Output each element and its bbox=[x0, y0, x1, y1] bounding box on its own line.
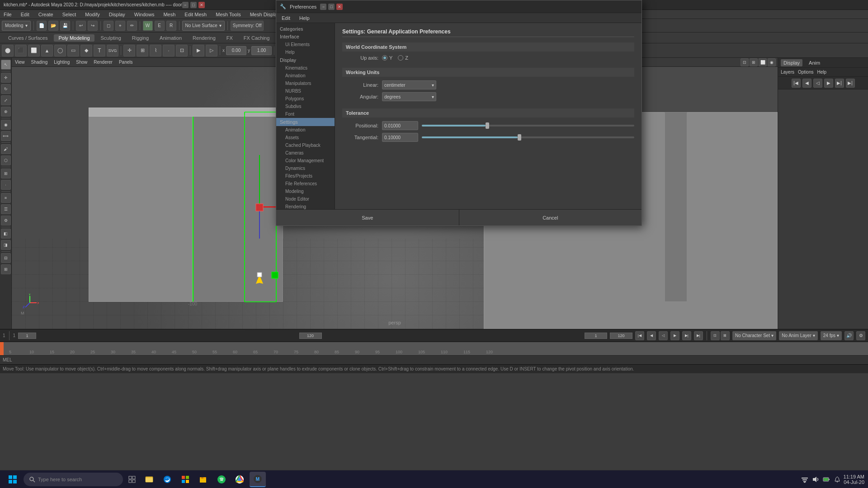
menu-modify[interactable]: Modify bbox=[83, 12, 101, 17]
attr-editor-btn[interactable]: ⚙ bbox=[1, 216, 11, 225]
new-scene-btn[interactable]: 📄 bbox=[37, 21, 47, 31]
anim-prev-frame-btn[interactable]: ◀ bbox=[802, 79, 811, 88]
prefs-cat-cameras[interactable]: Cameras bbox=[276, 149, 335, 157]
prefs-cat-kinematics[interactable]: Kinematics bbox=[276, 64, 335, 72]
vp-menu-panels[interactable]: Panels bbox=[118, 60, 134, 65]
hypershade-btn[interactable]: ◨ bbox=[1, 240, 11, 250]
menu-windows[interactable]: Windows bbox=[132, 12, 156, 17]
anim-play-back-btn[interactable]: ◁ bbox=[813, 79, 822, 88]
outliner-btn[interactable]: ≡ bbox=[1, 193, 11, 203]
vp-icon-3[interactable]: ⬜ bbox=[759, 58, 767, 66]
paint-attr-btn[interactable]: 🖌 bbox=[1, 144, 11, 154]
rotate-mode-btn[interactable]: ↻ bbox=[1, 84, 11, 94]
anim-go-start-btn[interactable]: |◀ bbox=[792, 79, 801, 88]
positional-track[interactable] bbox=[422, 125, 634, 127]
universal-manip-btn[interactable]: ⊕ bbox=[1, 107, 11, 117]
tab-curves-surfaces[interactable]: Curves / Surfaces bbox=[4, 34, 52, 42]
timeline-strip[interactable]: 5 10 15 20 25 30 35 40 45 50 55 60 65 70… bbox=[0, 342, 868, 355]
text-icon-btn[interactable]: T bbox=[94, 45, 105, 56]
snap-curve-btn[interactable]: ⌇ bbox=[150, 45, 161, 56]
menu-edit-mesh[interactable]: Edit Mesh bbox=[183, 12, 208, 17]
no-char-set-display[interactable]: No Character Set ▾ bbox=[732, 331, 776, 340]
up-axis-y-radio[interactable]: Y bbox=[382, 55, 392, 61]
channel-box-btn[interactable]: ☰ bbox=[1, 204, 11, 214]
taskbar-task-view[interactable] bbox=[125, 472, 139, 487]
end-frame-display[interactable]: 120 bbox=[299, 333, 322, 339]
prefs-minimize-btn[interactable]: − bbox=[320, 4, 326, 10]
torus-icon-btn[interactable]: ◯ bbox=[54, 45, 66, 56]
menu-mesh[interactable]: Mesh bbox=[161, 12, 177, 17]
prefs-close-btn[interactable]: ✕ bbox=[336, 4, 343, 10]
bc-icon1[interactable]: ⊡ bbox=[711, 331, 720, 340]
save-btn[interactable]: 💾 bbox=[60, 21, 70, 31]
fps-display[interactable]: 24 fps ▾ bbox=[821, 331, 842, 340]
snap-grid-btn[interactable]: ⊞ bbox=[137, 45, 148, 56]
menu-mesh-tools[interactable]: Mesh Tools bbox=[214, 12, 242, 17]
prefs-cat-rendering[interactable]: Rendering bbox=[276, 203, 335, 209]
redo-btn[interactable]: ↪ bbox=[88, 21, 98, 31]
taskbar-spotify-btn[interactable] bbox=[213, 472, 230, 487]
bc-step-fwd-btn[interactable]: ▶| bbox=[682, 331, 691, 340]
vp-menu-shading[interactable]: Shading bbox=[30, 60, 49, 65]
maya-minimize-btn[interactable]: − bbox=[182, 2, 189, 8]
undo-btn[interactable]: ↩ bbox=[76, 21, 86, 31]
menu-select[interactable]: Select bbox=[61, 12, 78, 17]
menu-display[interactable]: Display bbox=[107, 12, 127, 17]
move-tool-btn[interactable]: W bbox=[143, 21, 153, 31]
vp-icon-1[interactable]: ⊡ bbox=[741, 58, 749, 66]
menu-create[interactable]: Create bbox=[37, 12, 55, 17]
bc-play-fwd-btn[interactable]: ▶ bbox=[670, 331, 679, 340]
tangential-input[interactable] bbox=[382, 133, 418, 142]
maya-maximize-btn[interactable]: □ bbox=[190, 2, 197, 8]
bc-icon2[interactable]: ⊠ bbox=[721, 331, 730, 340]
vp-menu-show[interactable]: Show bbox=[75, 60, 89, 65]
rp-menu-options[interactable]: Options bbox=[798, 70, 813, 75]
sphere-icon-btn[interactable]: ⬤ bbox=[2, 45, 14, 56]
mode-dropdown[interactable]: Modeling ▾ bbox=[2, 21, 31, 31]
paint-btn[interactable]: ✏ bbox=[127, 21, 137, 31]
cube-icon-btn[interactable]: ⬛ bbox=[15, 45, 27, 56]
script-editor-btn[interactable]: ⊞ bbox=[1, 264, 11, 274]
vp-menu-renderer[interactable]: Renderer bbox=[92, 60, 114, 65]
no-anim-layer-display[interactable]: No Anim Layer ▾ bbox=[779, 331, 818, 340]
angular-select[interactable]: degrees ▾ bbox=[382, 92, 436, 101]
prefs-cat-help[interactable]: Help bbox=[276, 48, 335, 56]
tab-rigging[interactable]: Rigging bbox=[127, 34, 153, 42]
tab-fx-caching[interactable]: FX Caching bbox=[239, 34, 274, 42]
anim-play-btn[interactable]: ▶ bbox=[824, 79, 833, 88]
prefs-cat-nurbs[interactable]: NURBS bbox=[276, 87, 335, 95]
vp-icon-2[interactable]: ⊞ bbox=[750, 58, 758, 66]
prefs-cat-animation[interactable]: Animation bbox=[276, 72, 335, 80]
prefs-cat-modeling[interactable]: Modeling bbox=[276, 188, 335, 195]
menu-file[interactable]: File bbox=[2, 12, 14, 17]
render-icon-btn[interactable]: ▶ bbox=[193, 45, 204, 56]
soft-select-btn[interactable]: ◉ bbox=[1, 120, 11, 130]
timeline-playhead[interactable] bbox=[0, 342, 4, 355]
tab-rendering[interactable]: Rendering bbox=[188, 34, 220, 42]
node-editor-btn[interactable]: ⊟ bbox=[1, 253, 11, 263]
mel-input[interactable] bbox=[16, 357, 865, 362]
prefs-cat-ui-elements[interactable]: Ui Elements bbox=[276, 41, 335, 48]
move-mode-btn[interactable]: ✛ bbox=[1, 73, 11, 83]
tray-notification-icon[interactable] bbox=[833, 475, 842, 484]
tray-network-icon[interactable] bbox=[800, 475, 809, 484]
prefs-menu-edit[interactable]: Edit bbox=[280, 14, 292, 22]
symmetry-left-btn[interactable]: ⟺ bbox=[1, 131, 11, 141]
prefs-cat-font[interactable]: Font bbox=[276, 110, 335, 118]
linear-select[interactable]: centimeter ▾ bbox=[382, 80, 436, 89]
cylinder-icon-btn[interactable]: ⬜ bbox=[28, 45, 40, 56]
menu-edit[interactable]: Edit bbox=[19, 12, 31, 17]
snap-point-left-btn[interactable]: · bbox=[1, 180, 11, 190]
ipr-render-btn[interactable]: ▷ bbox=[206, 45, 217, 56]
bc-go-start-btn[interactable]: |◀ bbox=[635, 331, 644, 340]
vp-menu-view[interactable]: View bbox=[14, 60, 26, 65]
rp-menu-help[interactable]: Help bbox=[817, 70, 826, 75]
prefs-cat-node-editor[interactable]: Node Editor bbox=[276, 195, 335, 203]
taskbar-chrome-btn[interactable] bbox=[231, 472, 248, 487]
bc-step-back-btn[interactable]: ◀ bbox=[647, 331, 656, 340]
snap-grid-left-btn[interactable]: ⊞ bbox=[1, 169, 11, 178]
symmetry-btn[interactable]: Symmetry: Off bbox=[231, 21, 264, 31]
tangential-thumb[interactable] bbox=[518, 134, 521, 141]
taskbar-edge-btn[interactable] bbox=[159, 472, 175, 487]
playback-start-display[interactable]: 1 bbox=[585, 333, 607, 339]
